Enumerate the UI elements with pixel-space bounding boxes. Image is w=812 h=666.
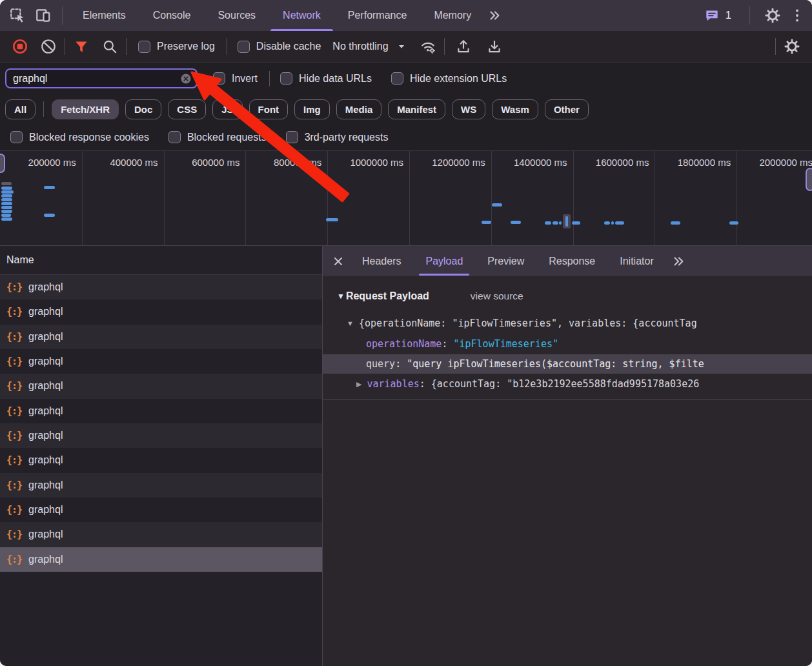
search-icon[interactable] <box>101 38 118 55</box>
inspect-element-icon[interactable] <box>9 7 26 24</box>
tab-elements[interactable]: Elements <box>69 0 139 31</box>
request-name: graphql <box>28 331 63 343</box>
expand-arrow-icon[interactable]: ▶ <box>356 380 361 388</box>
payload-operation-line[interactable]: operationName"ipFlowTimeseries" <box>323 334 812 354</box>
preserve-log-checkbox[interactable]: Preserve log <box>138 41 215 53</box>
settings-gear-icon[interactable] <box>764 7 781 24</box>
more-tabs-icon[interactable] <box>487 8 502 23</box>
chip-other[interactable]: Other <box>545 99 589 119</box>
timeline-tick-label: 1800000 ms <box>655 157 736 168</box>
checkbox-box[interactable] <box>213 72 225 85</box>
timeline-gridline <box>245 151 246 245</box>
request-row[interactable]: {:}graphql <box>0 299 322 324</box>
checkbox-box[interactable] <box>286 131 298 143</box>
checkbox-box[interactable] <box>168 131 181 143</box>
checkbox-box[interactable] <box>10 131 23 143</box>
tab-memory[interactable]: Memory <box>420 0 485 31</box>
blocked-response-cookies-checkbox[interactable]: Blocked response cookies <box>10 131 149 143</box>
disable-cache-checkbox[interactable]: Disable cache <box>238 41 321 53</box>
blocked-requests-checkbox[interactable]: Blocked requests <box>168 131 267 143</box>
request-row[interactable]: {:}graphql <box>0 399 322 423</box>
network-conditions-icon[interactable] <box>420 38 436 55</box>
record-network-log-icon[interactable] <box>12 38 28 55</box>
kebab-menu-icon[interactable] <box>789 7 806 24</box>
request-row[interactable]: {:}graphql <box>0 423 322 448</box>
chip-css[interactable]: CSS <box>168 99 206 119</box>
filter-input[interactable] <box>6 73 196 85</box>
timeline-right-grip[interactable] <box>806 168 812 191</box>
timeline-gridline <box>573 151 574 245</box>
devtools-window: ElementsConsoleSourcesNetworkPerformance… <box>0 0 812 666</box>
json-braces-icon: {:} <box>6 479 22 491</box>
tab-console[interactable]: Console <box>139 0 205 31</box>
details-tab-payload[interactable]: Payload <box>413 246 475 276</box>
throttling-select[interactable]: No throttling <box>332 41 406 52</box>
chip-font[interactable]: Font <box>249 99 288 119</box>
chip-media[interactable]: Media <box>336 99 382 119</box>
request-row[interactable]: {:}graphql <box>0 522 322 547</box>
filter-funnel-icon[interactable] <box>73 38 90 55</box>
payload-variables-line[interactable]: ▶variables{accountTag: "b12e3b2192ee5588… <box>323 374 812 394</box>
request-row[interactable]: {:}graphql <box>0 374 322 398</box>
tab-performance[interactable]: Performance <box>334 0 421 31</box>
chip-ws[interactable]: WS <box>452 99 485 119</box>
view-source-link[interactable]: view source <box>471 290 523 302</box>
divider <box>749 6 750 25</box>
more-details-tabs-icon[interactable] <box>671 254 685 268</box>
request-row[interactable]: {:}graphql <box>0 547 322 572</box>
timeline-overview[interactable]: 200000 ms400000 ms600000 ms800000 ms1000… <box>0 150 812 246</box>
close-details-icon[interactable] <box>332 255 345 268</box>
device-toolbar-icon[interactable] <box>35 7 52 24</box>
name-column-header[interactable]: Name <box>0 246 322 275</box>
details-tab-preview[interactable]: Preview <box>475 246 536 276</box>
import-har-icon[interactable] <box>455 38 472 55</box>
collapse-arrow-icon[interactable]: ▼ <box>347 319 354 327</box>
panel-tabs: ElementsConsoleSourcesNetworkPerformance… <box>69 0 485 31</box>
section-collapse-arrow[interactable]: ▼ <box>337 292 345 301</box>
hide-extension-urls-checkbox[interactable]: Hide extension URLs <box>391 72 507 85</box>
timeline-request-bar <box>1 210 12 213</box>
checkbox-box[interactable] <box>391 72 403 85</box>
details-tab-initiator[interactable]: Initiator <box>607 246 665 276</box>
details-tab-response[interactable]: Response <box>536 246 607 276</box>
checkbox-box[interactable] <box>138 41 150 53</box>
request-type-chips: AllFetch/XHRDocCSSJSFontImgMediaManifest… <box>0 94 812 124</box>
request-name: graphql <box>28 554 63 565</box>
hide-data-urls-checkbox[interactable]: Hide data URLs <box>280 72 372 85</box>
chip-js[interactable]: JS <box>212 99 242 119</box>
payload-root-line[interactable]: ▼{operationName: "ipFlowTimeseries", var… <box>323 314 812 333</box>
request-row[interactable]: {:}graphql <box>0 275 322 299</box>
details-tab-headers[interactable]: Headers <box>350 246 413 276</box>
chip-manifest[interactable]: Manifest <box>388 99 445 119</box>
request-name: graphql <box>28 430 63 441</box>
timeline-request-bar <box>492 203 502 207</box>
json-braces-icon: {:} <box>6 380 22 392</box>
issues-message-icon[interactable] <box>704 7 720 24</box>
request-row[interactable]: {:}graphql <box>0 325 322 349</box>
payload-query-line-selected[interactable]: query"query ipFlowTimeseries($accountTag… <box>323 354 812 374</box>
chip-fetch-xhr[interactable]: Fetch/XHR <box>52 99 119 119</box>
payload-root-preview: {operationName: "ipFlowTimeseries", vari… <box>359 318 697 329</box>
clear-filter-icon[interactable] <box>179 72 192 85</box>
tab-network[interactable]: Network <box>269 0 334 31</box>
tab-sources[interactable]: Sources <box>204 0 269 31</box>
request-row[interactable]: {:}graphql <box>0 473 322 498</box>
json-braces-icon: {:} <box>6 405 22 417</box>
chip-doc[interactable]: Doc <box>125 99 161 119</box>
timeline-tick-label: 800000 ms <box>245 157 327 168</box>
chip-img[interactable]: Img <box>294 99 330 119</box>
request-row[interactable]: {:}graphql <box>0 448 322 472</box>
request-row[interactable]: {:}graphql <box>0 349 322 374</box>
request-row[interactable]: {:}graphql <box>0 498 322 522</box>
network-settings-gear-icon[interactable] <box>784 38 800 55</box>
3rd-party-requests-checkbox[interactable]: 3rd-party requests <box>286 131 389 143</box>
clear-network-log-icon[interactable] <box>40 38 57 55</box>
export-har-icon[interactable] <box>486 38 503 55</box>
checkbox-box[interactable] <box>238 41 250 53</box>
invert-checkbox[interactable]: Invert <box>213 72 258 85</box>
checkbox-box[interactable] <box>280 72 292 85</box>
divider <box>444 38 445 55</box>
json-braces-icon: {:} <box>6 331 22 343</box>
chip-all[interactable]: All <box>5 99 36 119</box>
chip-wasm[interactable]: Wasm <box>492 99 538 119</box>
